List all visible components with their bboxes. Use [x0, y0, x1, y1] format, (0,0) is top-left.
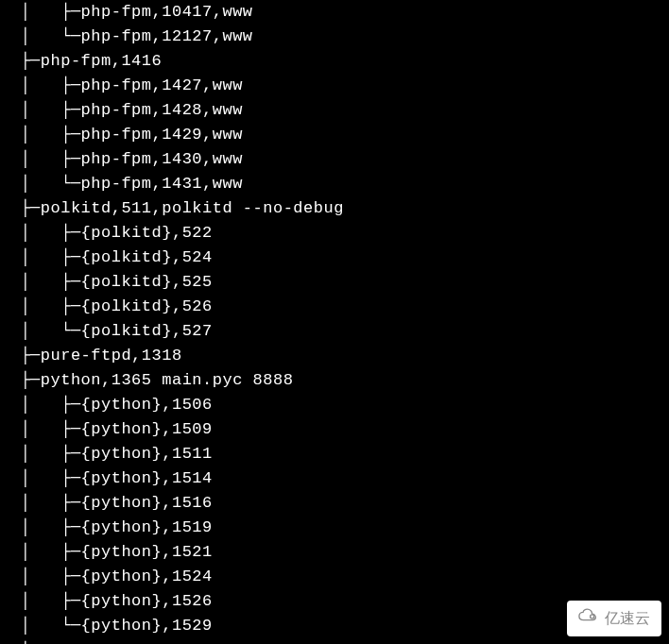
terminal-line: │ ├─{polkitd},526 — [0, 295, 669, 319]
svg-point-0 — [591, 615, 594, 619]
watermark-text: 亿速云 — [605, 606, 650, 631]
terminal-line: ├─pure-ftpd,1318 — [0, 344, 669, 368]
terminal-line: ├─php-fpm,1416 — [0, 49, 669, 74]
terminal-line: │ ├─{python},1519 — [0, 516, 669, 540]
terminal-line: │ ├─{python},1509 — [0, 417, 669, 442]
terminal-line: │ ├─{polkitd},525 — [0, 270, 669, 295]
watermark-badge: 亿速云 — [567, 601, 661, 636]
cloud-icon — [578, 606, 599, 631]
terminal-line: │ ├─{python},1521 — [0, 540, 669, 565]
terminal-line: │ ├─{polkitd},522 — [0, 221, 669, 246]
terminal-line: ├─polkitd,511,polkitd --no-debug — [0, 196, 669, 221]
terminal-line: │ ├─{python},1506 — [0, 393, 669, 417]
terminal-line: │ ├─{python},1514 — [0, 466, 669, 491]
terminal-line: │ └─{polkitd},527 — [0, 319, 669, 344]
terminal-line: │ ├─php-fpm,1429,www — [0, 123, 669, 147]
terminal-line: │ ├─php-fpm,1427,www — [0, 74, 669, 98]
terminal-output: │ ├─php-fpm,10417,www │ └─php-fpm,12127,… — [0, 0, 669, 644]
terminal-line: │ └─php-fpm,1431,www — [0, 172, 669, 196]
terminal-line: │ — [0, 638, 669, 644]
terminal-line: ├─python,1365 main.pyc 8888 — [0, 368, 669, 393]
terminal-line: │ └─php-fpm,12127,www — [0, 25, 669, 49]
terminal-line: │ ├─{python},1516 — [0, 491, 669, 516]
terminal-line: │ ├─php-fpm,10417,www — [0, 0, 669, 25]
terminal-line: │ ├─php-fpm,1430,www — [0, 147, 669, 172]
terminal-line: │ ├─{polkitd},524 — [0, 246, 669, 270]
terminal-line: │ ├─php-fpm,1428,www — [0, 98, 669, 123]
terminal-line: │ ├─{python},1524 — [0, 565, 669, 589]
terminal-line: │ ├─{python},1511 — [0, 442, 669, 466]
